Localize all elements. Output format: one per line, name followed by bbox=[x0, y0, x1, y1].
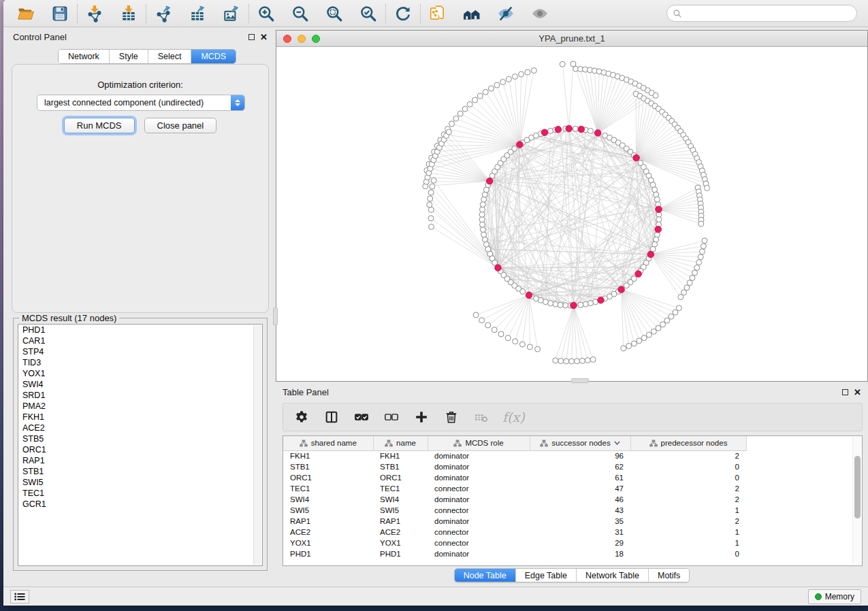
mcds-result-item[interactable]: TEC1 bbox=[18, 488, 262, 499]
tab-edge-table[interactable]: Edge Table bbox=[516, 569, 577, 582]
mcds-result-item[interactable]: PHD1 bbox=[18, 325, 262, 335]
mcds-result-item[interactable]: PMA2 bbox=[18, 401, 262, 412]
table-cell[interactable]: TEC1 bbox=[283, 483, 373, 494]
table-cell[interactable]: dominator bbox=[428, 548, 530, 559]
table-cell[interactable]: 35 bbox=[530, 516, 630, 527]
table-cell[interactable]: connector bbox=[428, 527, 530, 538]
zoom-fit-icon[interactable] bbox=[324, 3, 344, 24]
table-cell[interactable]: 0 bbox=[630, 548, 746, 559]
table-cell[interactable]: 2 bbox=[630, 516, 746, 527]
float-panel-icon[interactable] bbox=[248, 34, 255, 40]
zoom-in-icon[interactable] bbox=[256, 3, 276, 24]
export-network-icon[interactable] bbox=[153, 3, 174, 24]
criterion-dropdown[interactable]: largest connected component (undirected) bbox=[37, 95, 245, 111]
mcds-result-item[interactable]: CAR1 bbox=[18, 335, 262, 346]
tab-network[interactable]: Network bbox=[59, 50, 110, 63]
mcds-result-list[interactable]: PHD1CAR1STP4TID3YOX1SWI4SRD1PMA2FKH1ACE2… bbox=[18, 324, 263, 566]
table-row[interactable]: ORC1ORC1dominator610 bbox=[283, 472, 746, 483]
mcds-result-item[interactable]: YOX1 bbox=[18, 368, 262, 379]
table-cell[interactable]: ACE2 bbox=[283, 527, 373, 538]
share-document-icon[interactable] bbox=[428, 3, 448, 24]
table-cell[interactable]: RAP1 bbox=[373, 516, 428, 527]
minimize-window-icon[interactable] bbox=[298, 35, 306, 43]
table-cell[interactable]: TEC1 bbox=[373, 483, 428, 494]
close-table-panel-icon[interactable]: ✕ bbox=[854, 389, 861, 395]
table-row[interactable]: ACE2ACE2connector311 bbox=[283, 527, 746, 538]
table-cell[interactable]: 47 bbox=[530, 483, 630, 494]
table-cell[interactable]: 96 bbox=[530, 450, 630, 461]
table-cell[interactable]: 61 bbox=[530, 472, 630, 483]
table-cell[interactable]: 0 bbox=[630, 472, 746, 483]
export-table-icon[interactable] bbox=[187, 3, 208, 24]
table-cell[interactable]: dominator bbox=[428, 472, 530, 483]
open-file-icon[interactable] bbox=[16, 3, 36, 24]
table-cell[interactable]: 0 bbox=[630, 461, 746, 472]
table-cell[interactable]: 2 bbox=[630, 483, 746, 494]
column-layout-icon[interactable] bbox=[323, 408, 340, 426]
tab-network-table[interactable]: Network Table bbox=[577, 569, 649, 582]
table-cell[interactable]: SWI5 bbox=[373, 505, 428, 516]
zoom-out-icon[interactable] bbox=[290, 3, 310, 24]
table-cell[interactable]: STB1 bbox=[373, 461, 428, 472]
mcds-list-scrollbar[interactable] bbox=[253, 325, 261, 565]
table-cell[interactable]: PHD1 bbox=[283, 548, 373, 559]
refresh-icon[interactable] bbox=[393, 3, 413, 24]
memory-button[interactable]: Memory bbox=[808, 589, 861, 604]
table-row[interactable]: FKH1FKH1dominator962 bbox=[283, 450, 746, 461]
search-input[interactable] bbox=[686, 9, 851, 18]
mcds-result-item[interactable]: STP4 bbox=[18, 346, 262, 357]
mcds-result-item[interactable]: ORC1 bbox=[18, 444, 262, 455]
table-cell[interactable]: 29 bbox=[530, 538, 630, 548]
mcds-result-item[interactable]: STB1 bbox=[18, 466, 262, 477]
select-all-icon[interactable] bbox=[353, 408, 370, 426]
table-cell[interactable]: 43 bbox=[530, 505, 630, 516]
node-table[interactable]: shared namenameMCDS rolesuccessor nodesp… bbox=[283, 435, 863, 566]
mcds-result-item[interactable]: STB5 bbox=[18, 433, 262, 444]
table-cell[interactable]: PHD1 bbox=[373, 548, 428, 559]
table-cell[interactable]: RAP1 bbox=[283, 516, 373, 527]
table-cell[interactable]: FKH1 bbox=[283, 450, 373, 461]
table-cell[interactable]: 31 bbox=[530, 527, 630, 538]
table-scrollbar[interactable] bbox=[852, 437, 861, 565]
save-session-icon[interactable] bbox=[50, 3, 70, 24]
table-row[interactable]: RAP1RAP1dominator352 bbox=[283, 516, 746, 527]
table-cell[interactable]: connector bbox=[428, 538, 530, 548]
tab-motifs[interactable]: Motifs bbox=[649, 569, 689, 582]
column-header-name[interactable]: name bbox=[373, 436, 428, 450]
close-panel-button[interactable]: Close panel bbox=[144, 118, 217, 133]
import-table-icon[interactable] bbox=[118, 3, 139, 24]
table-cell[interactable]: connector bbox=[428, 483, 530, 494]
mcds-result-item[interactable]: SWI5 bbox=[18, 477, 262, 488]
float-table-panel-icon[interactable] bbox=[842, 389, 848, 395]
table-cell[interactable]: 62 bbox=[530, 461, 630, 472]
vertical-splitter-handle[interactable] bbox=[273, 308, 278, 325]
table-cell[interactable]: YOX1 bbox=[283, 538, 373, 548]
table-scrollbar-thumb[interactable] bbox=[854, 456, 861, 518]
table-cell[interactable]: 46 bbox=[530, 494, 630, 505]
table-cell[interactable]: dominator bbox=[428, 494, 530, 505]
column-header-MCDS-role[interactable]: MCDS role bbox=[428, 436, 530, 450]
table-row[interactable]: TEC1TEC1connector472 bbox=[283, 483, 746, 494]
table-cell[interactable]: 1 bbox=[630, 505, 746, 516]
table-cell[interactable]: 1 bbox=[630, 538, 746, 548]
table-row[interactable]: YOX1YOX1connector291 bbox=[283, 538, 746, 548]
import-network-icon[interactable] bbox=[84, 3, 105, 24]
table-cell[interactable]: 2 bbox=[630, 450, 746, 461]
table-cell[interactable]: YOX1 bbox=[373, 538, 428, 548]
mcds-result-item[interactable]: RAP1 bbox=[18, 455, 262, 466]
table-cell[interactable]: ACE2 bbox=[373, 527, 428, 538]
table-cell[interactable]: dominator bbox=[428, 461, 530, 472]
mcds-result-item[interactable]: SRD1 bbox=[18, 390, 262, 401]
table-row[interactable]: PHD1PHD1dominator180 bbox=[283, 548, 746, 559]
close-panel-icon[interactable]: ✕ bbox=[260, 34, 268, 40]
maximize-window-icon[interactable] bbox=[312, 35, 320, 43]
table-cell[interactable]: 18 bbox=[530, 548, 630, 559]
network-graph[interactable] bbox=[276, 47, 867, 381]
mcds-result-item[interactable]: TID3 bbox=[18, 357, 262, 368]
network-window-titlebar[interactable]: YPA_prune.txt_1 bbox=[276, 31, 867, 47]
zoom-selected-icon[interactable] bbox=[358, 3, 379, 24]
tab-select[interactable]: Select bbox=[148, 50, 192, 63]
tab-node-table[interactable]: Node Table bbox=[455, 569, 516, 582]
table-cell[interactable]: 1 bbox=[630, 527, 746, 538]
mcds-result-item[interactable]: SWI4 bbox=[18, 379, 262, 390]
